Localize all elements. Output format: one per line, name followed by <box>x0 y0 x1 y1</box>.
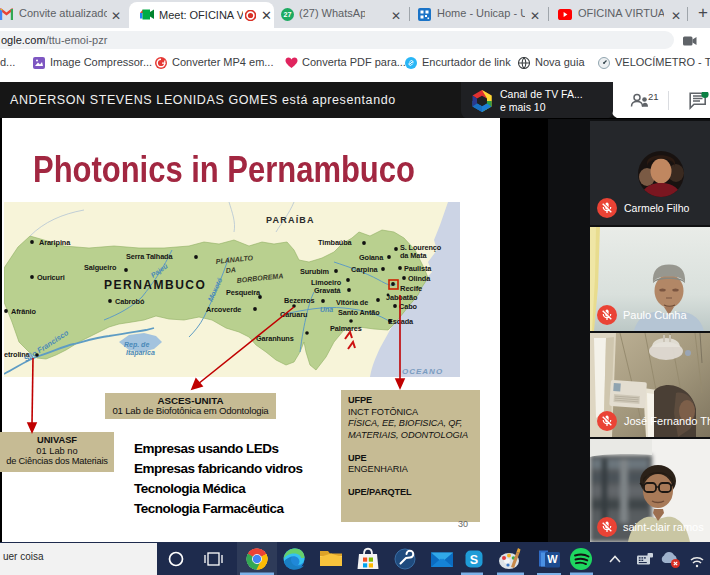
svg-text:S: S <box>470 553 478 567</box>
svg-text:José Fernando Th: José Fernando Th <box>624 415 710 427</box>
svg-text:Carmelo Filho: Carmelo Filho <box>624 202 690 214</box>
svg-text:27: 27 <box>284 10 292 19</box>
svg-text:saint-clair ramos: saint-clair ramos <box>623 521 704 533</box>
svg-text:W: W <box>547 553 558 565</box>
svg-text:Paulo Cunha: Paulo Cunha <box>623 309 687 321</box>
